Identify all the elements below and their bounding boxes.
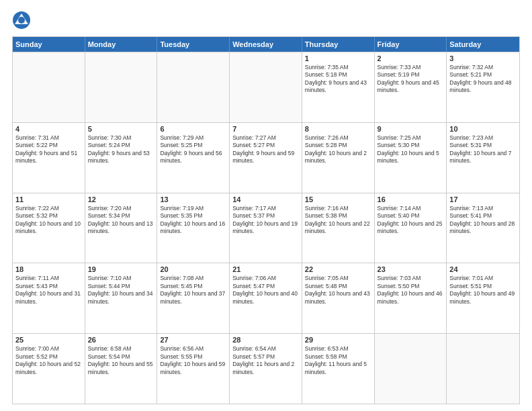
day-number: 13 bbox=[160, 195, 226, 203]
calendar-page: SundayMondayTuesdayWednesdayThursdayFrid… bbox=[0, 0, 532, 411]
day-info: Sunrise: 7:08 AM Sunset: 5:45 PM Dayligh… bbox=[160, 275, 226, 306]
calendar-cell: 23Sunrise: 7:03 AM Sunset: 5:50 PM Dayli… bbox=[375, 263, 447, 333]
day-number: 6 bbox=[160, 125, 226, 133]
day-info: Sunrise: 7:01 AM Sunset: 5:51 PM Dayligh… bbox=[449, 275, 517, 306]
day-number: 19 bbox=[88, 265, 154, 273]
day-info: Sunrise: 7:11 AM Sunset: 5:43 PM Dayligh… bbox=[15, 275, 82, 306]
day-number: 26 bbox=[88, 336, 154, 344]
day-number: 16 bbox=[378, 195, 444, 203]
day-number: 2 bbox=[378, 54, 444, 62]
calendar-cell: 7Sunrise: 7:27 AM Sunset: 5:27 PM Daylig… bbox=[230, 123, 302, 193]
day-number: 15 bbox=[305, 195, 371, 203]
day-info: Sunrise: 7:31 AM Sunset: 5:22 PM Dayligh… bbox=[15, 134, 82, 165]
calendar-cell: 14Sunrise: 7:17 AM Sunset: 5:37 PM Dayli… bbox=[230, 193, 302, 263]
day-number: 29 bbox=[305, 336, 371, 344]
day-info: Sunrise: 7:35 AM Sunset: 5:18 PM Dayligh… bbox=[305, 64, 371, 95]
calendar-header-cell: Thursday bbox=[302, 37, 375, 52]
calendar-header-cell: Sunday bbox=[13, 37, 85, 52]
calendar-cell: 21Sunrise: 7:06 AM Sunset: 5:47 PM Dayli… bbox=[230, 263, 302, 333]
calendar-cell: 27Sunrise: 6:56 AM Sunset: 5:55 PM Dayli… bbox=[157, 334, 230, 404]
day-number: 11 bbox=[15, 195, 82, 203]
calendar-cell: 18Sunrise: 7:11 AM Sunset: 5:43 PM Dayli… bbox=[13, 263, 85, 333]
calendar-cell: 12Sunrise: 7:20 AM Sunset: 5:34 PM Dayli… bbox=[85, 193, 158, 263]
day-number: 14 bbox=[232, 195, 299, 203]
calendar-cell: 2Sunrise: 7:33 AM Sunset: 5:19 PM Daylig… bbox=[375, 52, 447, 122]
calendar-cell: 16Sunrise: 7:14 AM Sunset: 5:40 PM Dayli… bbox=[375, 193, 447, 263]
header bbox=[12, 11, 520, 30]
day-number: 9 bbox=[378, 125, 444, 133]
calendar-cell bbox=[375, 334, 447, 404]
svg-point-2 bbox=[18, 17, 25, 24]
day-info: Sunrise: 7:06 AM Sunset: 5:47 PM Dayligh… bbox=[232, 275, 299, 306]
day-info: Sunrise: 7:27 AM Sunset: 5:27 PM Dayligh… bbox=[232, 134, 299, 165]
calendar-cell: 15Sunrise: 7:16 AM Sunset: 5:38 PM Dayli… bbox=[302, 193, 375, 263]
day-info: Sunrise: 7:25 AM Sunset: 5:30 PM Dayligh… bbox=[378, 134, 444, 165]
calendar-cell: 17Sunrise: 7:13 AM Sunset: 5:41 PM Dayli… bbox=[447, 193, 519, 263]
day-number: 3 bbox=[449, 54, 517, 62]
calendar-row: 25Sunrise: 7:00 AM Sunset: 5:52 PM Dayli… bbox=[13, 333, 519, 404]
day-number: 21 bbox=[232, 265, 299, 273]
calendar-cell: 29Sunrise: 6:53 AM Sunset: 5:58 PM Dayli… bbox=[302, 334, 375, 404]
day-number: 28 bbox=[232, 336, 299, 344]
day-info: Sunrise: 7:10 AM Sunset: 5:44 PM Dayligh… bbox=[88, 275, 154, 306]
calendar-cell bbox=[447, 334, 519, 404]
calendar-header-cell: Tuesday bbox=[157, 37, 230, 52]
day-number: 24 bbox=[449, 265, 517, 273]
calendar-cell: 10Sunrise: 7:23 AM Sunset: 5:31 PM Dayli… bbox=[447, 123, 519, 193]
day-info: Sunrise: 7:16 AM Sunset: 5:38 PM Dayligh… bbox=[305, 205, 371, 236]
day-number: 20 bbox=[160, 265, 226, 273]
calendar-header-cell: Friday bbox=[375, 37, 447, 52]
day-number: 18 bbox=[15, 265, 82, 273]
calendar-cell: 25Sunrise: 7:00 AM Sunset: 5:52 PM Dayli… bbox=[13, 334, 85, 404]
day-info: Sunrise: 7:22 AM Sunset: 5:32 PM Dayligh… bbox=[15, 205, 82, 236]
day-info: Sunrise: 7:14 AM Sunset: 5:40 PM Dayligh… bbox=[378, 205, 444, 236]
calendar-cell bbox=[230, 52, 302, 122]
calendar-cell: 26Sunrise: 6:58 AM Sunset: 5:54 PM Dayli… bbox=[85, 334, 158, 404]
calendar-body: 1Sunrise: 7:35 AM Sunset: 5:18 PM Daylig… bbox=[13, 52, 519, 404]
calendar-row: 11Sunrise: 7:22 AM Sunset: 5:32 PM Dayli… bbox=[13, 193, 519, 263]
day-info: Sunrise: 7:30 AM Sunset: 5:24 PM Dayligh… bbox=[88, 134, 154, 165]
day-info: Sunrise: 7:03 AM Sunset: 5:50 PM Dayligh… bbox=[378, 275, 444, 306]
day-number: 7 bbox=[232, 125, 299, 133]
calendar-cell bbox=[85, 52, 158, 122]
day-info: Sunrise: 7:33 AM Sunset: 5:19 PM Dayligh… bbox=[378, 64, 444, 95]
day-number: 17 bbox=[449, 195, 517, 203]
day-info: Sunrise: 7:20 AM Sunset: 5:34 PM Dayligh… bbox=[88, 205, 154, 236]
calendar-cell: 3Sunrise: 7:32 AM Sunset: 5:21 PM Daylig… bbox=[447, 52, 519, 122]
day-info: Sunrise: 6:54 AM Sunset: 5:57 PM Dayligh… bbox=[232, 345, 299, 376]
day-number: 8 bbox=[305, 125, 371, 133]
day-info: Sunrise: 7:29 AM Sunset: 5:25 PM Dayligh… bbox=[160, 134, 226, 165]
calendar-cell: 28Sunrise: 6:54 AM Sunset: 5:57 PM Dayli… bbox=[230, 334, 302, 404]
day-info: Sunrise: 6:53 AM Sunset: 5:58 PM Dayligh… bbox=[305, 345, 371, 376]
day-info: Sunrise: 7:19 AM Sunset: 5:35 PM Dayligh… bbox=[160, 205, 226, 236]
calendar-cell: 1Sunrise: 7:35 AM Sunset: 5:18 PM Daylig… bbox=[302, 52, 375, 122]
day-info: Sunrise: 7:00 AM Sunset: 5:52 PM Dayligh… bbox=[15, 345, 82, 376]
calendar-cell bbox=[157, 52, 230, 122]
logo-icon bbox=[12, 11, 31, 30]
day-info: Sunrise: 7:05 AM Sunset: 5:48 PM Dayligh… bbox=[305, 275, 371, 306]
logo bbox=[12, 11, 34, 30]
day-info: Sunrise: 7:13 AM Sunset: 5:41 PM Dayligh… bbox=[449, 205, 517, 236]
calendar-cell: 6Sunrise: 7:29 AM Sunset: 5:25 PM Daylig… bbox=[157, 123, 230, 193]
calendar-cell bbox=[13, 52, 85, 122]
calendar-cell: 9Sunrise: 7:25 AM Sunset: 5:30 PM Daylig… bbox=[375, 123, 447, 193]
calendar-cell: 20Sunrise: 7:08 AM Sunset: 5:45 PM Dayli… bbox=[157, 263, 230, 333]
calendar-cell: 22Sunrise: 7:05 AM Sunset: 5:48 PM Dayli… bbox=[302, 263, 375, 333]
calendar-cell: 24Sunrise: 7:01 AM Sunset: 5:51 PM Dayli… bbox=[447, 263, 519, 333]
calendar-cell: 5Sunrise: 7:30 AM Sunset: 5:24 PM Daylig… bbox=[85, 123, 158, 193]
calendar-row: 1Sunrise: 7:35 AM Sunset: 5:18 PM Daylig… bbox=[13, 52, 519, 122]
day-number: 12 bbox=[88, 195, 154, 203]
day-number: 5 bbox=[88, 125, 154, 133]
calendar-row: 4Sunrise: 7:31 AM Sunset: 5:22 PM Daylig… bbox=[13, 122, 519, 193]
calendar: SundayMondayTuesdayWednesdayThursdayFrid… bbox=[12, 36, 520, 404]
calendar-row: 18Sunrise: 7:11 AM Sunset: 5:43 PM Dayli… bbox=[13, 263, 519, 333]
day-info: Sunrise: 6:58 AM Sunset: 5:54 PM Dayligh… bbox=[88, 345, 154, 376]
day-number: 25 bbox=[15, 336, 82, 344]
day-number: 27 bbox=[160, 336, 226, 344]
day-info: Sunrise: 7:26 AM Sunset: 5:28 PM Dayligh… bbox=[305, 134, 371, 165]
calendar-header-row: SundayMondayTuesdayWednesdayThursdayFrid… bbox=[13, 37, 519, 52]
calendar-header-cell: Monday bbox=[85, 37, 158, 52]
calendar-header-cell: Saturday bbox=[447, 37, 519, 52]
day-info: Sunrise: 7:17 AM Sunset: 5:37 PM Dayligh… bbox=[232, 205, 299, 236]
day-info: Sunrise: 7:23 AM Sunset: 5:31 PM Dayligh… bbox=[449, 134, 517, 165]
